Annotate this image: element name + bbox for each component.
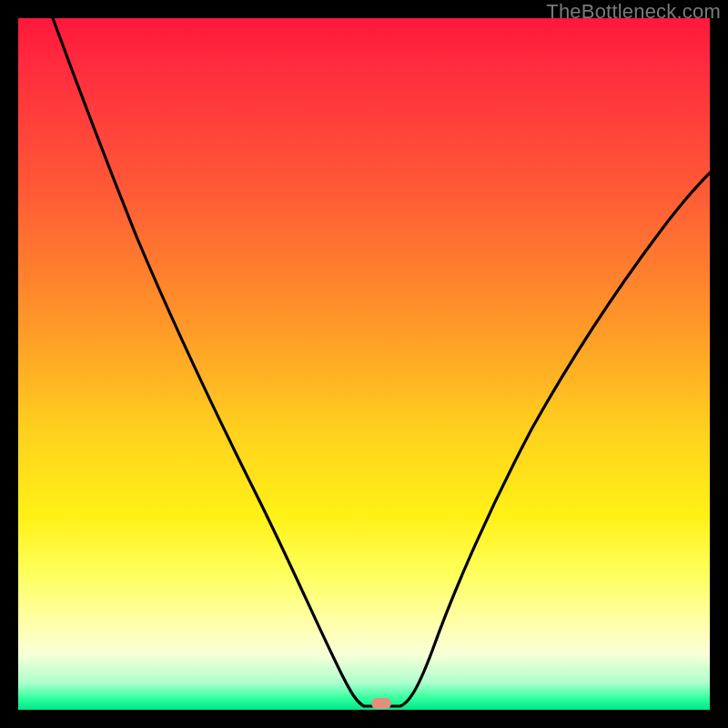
plot-area (18, 18, 710, 710)
bottleneck-curve (18, 18, 710, 710)
optimum-marker (371, 698, 391, 709)
chart-container: TheBottleneck.com (0, 0, 728, 728)
